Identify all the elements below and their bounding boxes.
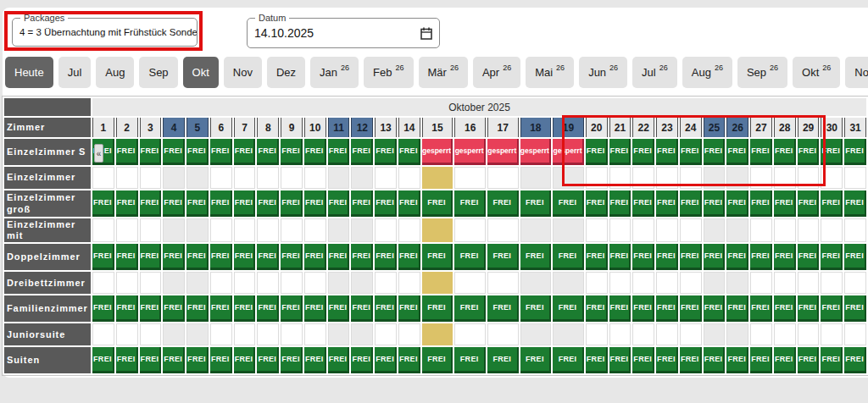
empty-cell-juniorsuite-20[interactable] xyxy=(586,323,608,345)
empty-cell-einzelzimmer-mit-30[interactable] xyxy=(821,218,843,242)
empty-cell-dreibettzimmer-21[interactable] xyxy=(609,272,632,294)
empty-cell-juniorsuite-12[interactable] xyxy=(351,323,373,345)
free-cell-familienzimmer-7[interactable]: FREI xyxy=(234,295,256,322)
free-cell-suiten-12[interactable]: FREI xyxy=(351,347,373,373)
free-cell-einzelzimmer-s-27[interactable]: FREI xyxy=(750,139,772,165)
empty-cell-einzelzimmer-14[interactable] xyxy=(398,167,420,189)
free-cell-einzelzimmer-gro--3[interactable]: FREI xyxy=(140,190,162,217)
empty-cell-einzelzimmer-mit-11[interactable] xyxy=(328,218,350,242)
empty-cell-einzelzimmer-mit-8[interactable] xyxy=(257,218,279,242)
blocked-cell-einzelzimmer-s-15[interactable]: gesperrt xyxy=(422,139,453,165)
free-cell-einzelzimmer-gro--6[interactable]: FREI xyxy=(210,190,232,217)
empty-cell-einzelzimmer-27[interactable] xyxy=(750,167,772,189)
free-cell-suiten-18[interactable]: FREI xyxy=(520,347,552,373)
empty-cell-dreibettzimmer-19[interactable] xyxy=(553,272,584,294)
empty-cell-einzelzimmer-mit-1[interactable] xyxy=(92,218,114,242)
free-cell-einzelzimmer-gro--19[interactable]: FREI xyxy=(553,190,584,217)
free-cell-suiten-4[interactable]: FREI xyxy=(163,347,185,373)
free-cell-doppelzimmer-4[interactable]: FREI xyxy=(163,244,185,270)
free-cell-einzelzimmer-gro--29[interactable]: FREI xyxy=(798,190,820,217)
free-cell-suiten-16[interactable]: FREI xyxy=(454,347,486,373)
free-cell-familienzimmer-16[interactable]: FREI xyxy=(454,295,486,322)
free-cell-einzelzimmer-s-20[interactable]: FREI xyxy=(586,139,608,165)
free-cell-suiten-13[interactable]: FREI xyxy=(375,347,397,373)
empty-cell-juniorsuite-22[interactable] xyxy=(632,323,654,345)
empty-cell-einzelzimmer-22[interactable] xyxy=(632,167,654,189)
empty-cell-einzelzimmer-mit-2[interactable] xyxy=(116,218,138,242)
empty-cell-einzelzimmer-mit-13[interactable] xyxy=(375,218,397,242)
free-cell-einzelzimmer-gro--18[interactable]: FREI xyxy=(520,190,552,217)
free-cell-doppelzimmer-9[interactable]: FREI xyxy=(281,244,303,270)
free-cell-einzelzimmer-gro--25[interactable]: FREI xyxy=(704,190,726,217)
month-button-nov-26[interactable]: Nov26 xyxy=(845,57,868,88)
free-cell-einzelzimmer-gro--21[interactable]: FREI xyxy=(609,190,632,217)
free-cell-einzelzimmer-s-10[interactable]: FREI xyxy=(304,139,326,165)
empty-cell-dreibettzimmer-3[interactable] xyxy=(140,272,162,294)
empty-cell-einzelzimmer-16[interactable] xyxy=(454,167,486,189)
free-cell-einzelzimmer-gro--15[interactable]: FREI xyxy=(422,190,453,217)
empty-cell-dreibettzimmer-13[interactable] xyxy=(375,272,397,294)
free-cell-suiten-1[interactable]: FREI xyxy=(92,347,114,373)
free-cell-doppelzimmer-29[interactable]: FREI xyxy=(798,244,820,270)
empty-cell-dreibettzimmer-17[interactable] xyxy=(487,272,519,294)
blocked-cell-einzelzimmer-s-16[interactable]: gesperrt xyxy=(454,139,486,165)
free-cell-einzelzimmer-gro--9[interactable]: FREI xyxy=(281,190,303,217)
empty-cell-juniorsuite-10[interactable] xyxy=(304,323,326,345)
empty-cell-juniorsuite-23[interactable] xyxy=(656,323,678,345)
free-cell-doppelzimmer-22[interactable]: FREI xyxy=(632,244,654,270)
free-cell-familienzimmer-20[interactable]: FREI xyxy=(586,295,608,322)
free-cell-einzelzimmer-gro--13[interactable]: FREI xyxy=(375,190,397,217)
empty-cell-dreibettzimmer-29[interactable] xyxy=(798,272,820,294)
empty-cell-juniorsuite-3[interactable] xyxy=(140,323,162,345)
empty-cell-einzelzimmer-mit-25[interactable] xyxy=(704,218,726,242)
empty-cell-dreibettzimmer-24[interactable] xyxy=(680,272,702,294)
collapse-row-button[interactable]: « xyxy=(94,144,103,163)
empty-cell-dreibettzimmer-14[interactable] xyxy=(398,272,420,294)
free-cell-doppelzimmer-6[interactable]: FREI xyxy=(210,244,232,270)
free-cell-familienzimmer-23[interactable]: FREI xyxy=(656,295,678,322)
free-cell-familienzimmer-18[interactable]: FREI xyxy=(520,295,552,322)
free-cell-familienzimmer-12[interactable]: FREI xyxy=(351,295,373,322)
empty-cell-einzelzimmer-31[interactable] xyxy=(844,167,866,189)
empty-cell-einzelzimmer-10[interactable] xyxy=(304,167,326,189)
free-cell-familienzimmer-24[interactable]: FREI xyxy=(680,295,702,322)
free-cell-familienzimmer-25[interactable]: FREI xyxy=(704,295,726,322)
free-cell-einzelzimmer-gro--1[interactable]: FREI xyxy=(92,190,114,217)
free-cell-einzelzimmer-s-30[interactable]: FREI xyxy=(821,139,843,165)
free-cell-doppelzimmer-31[interactable]: FREI xyxy=(844,244,866,270)
empty-cell-einzelzimmer-18[interactable] xyxy=(520,167,552,189)
free-cell-einzelzimmer-gro--22[interactable]: FREI xyxy=(632,190,654,217)
empty-cell-juniorsuite-25[interactable] xyxy=(704,323,726,345)
empty-cell-einzelzimmer-24[interactable] xyxy=(680,167,702,189)
free-cell-einzelzimmer-s-29[interactable]: FREI xyxy=(798,139,820,165)
empty-cell-einzelzimmer-mit-12[interactable] xyxy=(351,218,373,242)
free-cell-einzelzimmer-gro--20[interactable]: FREI xyxy=(586,190,608,217)
free-cell-familienzimmer-13[interactable]: FREI xyxy=(375,295,397,322)
empty-cell-juniorsuite-4[interactable] xyxy=(163,323,185,345)
free-cell-familienzimmer-17[interactable]: FREI xyxy=(487,295,519,322)
empty-cell-einzelzimmer-12[interactable] xyxy=(351,167,373,189)
month-button-apr-26[interactable]: Apr26 xyxy=(473,57,520,88)
free-cell-einzelzimmer-gro--16[interactable]: FREI xyxy=(454,190,486,217)
free-cell-suiten-24[interactable]: FREI xyxy=(680,347,702,373)
free-cell-einzelzimmer-gro--7[interactable]: FREI xyxy=(234,190,256,217)
empty-cell-einzelzimmer-mit-21[interactable] xyxy=(609,218,632,242)
month-button-feb-26[interactable]: Feb26 xyxy=(364,57,413,88)
empty-cell-einzelzimmer-19[interactable] xyxy=(553,167,584,189)
blocked-cell-einzelzimmer-s-18[interactable]: gesperrt xyxy=(520,139,552,165)
free-cell-suiten-19[interactable]: FREI xyxy=(553,347,584,373)
free-cell-suiten-23[interactable]: FREI xyxy=(656,347,678,373)
packages-field[interactable]: Packages 4 = 3 Übernachtung mit Frühstüc… xyxy=(12,18,198,47)
free-cell-doppelzimmer-7[interactable]: FREI xyxy=(234,244,256,270)
empty-cell-juniorsuite-13[interactable] xyxy=(375,323,397,345)
empty-cell-dreibettzimmer-25[interactable] xyxy=(704,272,726,294)
free-cell-einzelzimmer-gro--27[interactable]: FREI xyxy=(750,190,772,217)
empty-cell-juniorsuite-19[interactable] xyxy=(553,323,584,345)
empty-cell-dreibettzimmer-18[interactable] xyxy=(520,272,552,294)
empty-cell-einzelzimmer-mit-9[interactable] xyxy=(281,218,303,242)
free-cell-suiten-14[interactable]: FREI xyxy=(398,347,420,373)
empty-cell-juniorsuite-9[interactable] xyxy=(281,323,303,345)
empty-cell-einzelzimmer-mit-4[interactable] xyxy=(163,218,185,242)
free-cell-einzelzimmer-gro--12[interactable]: FREI xyxy=(351,190,373,217)
empty-cell-dreibettzimmer-1[interactable] xyxy=(92,272,114,294)
